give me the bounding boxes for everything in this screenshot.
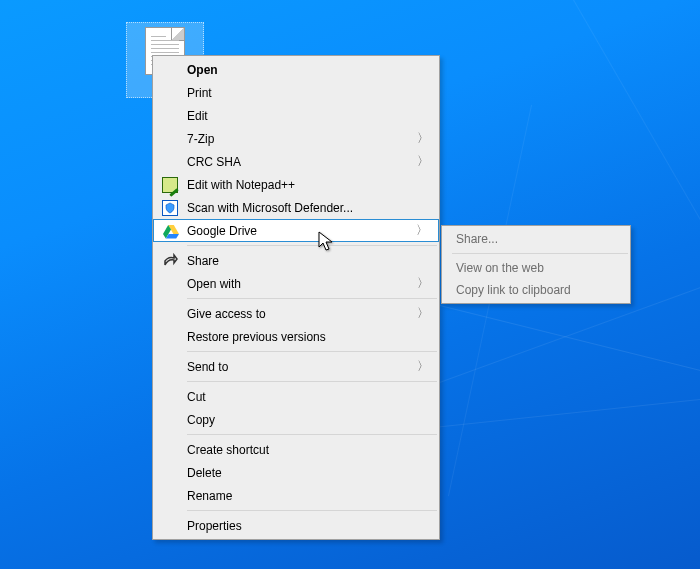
menu-item-7zip[interactable]: 7-Zip 〉 xyxy=(153,127,439,150)
menu-item-google-drive[interactable]: Google Drive 〉 xyxy=(153,219,439,242)
menu-item-properties[interactable]: Properties xyxy=(153,514,439,537)
chevron-right-icon: 〉 xyxy=(417,358,429,375)
menu-separator xyxy=(187,381,437,382)
menu-item-give-access[interactable]: Give access to 〉 xyxy=(153,302,439,325)
chevron-right-icon: 〉 xyxy=(417,275,429,292)
menu-item-label: Rename xyxy=(187,489,232,503)
menu-separator xyxy=(452,253,628,254)
menu-item-restore-versions[interactable]: Restore previous versions xyxy=(153,325,439,348)
defender-icon xyxy=(161,199,179,217)
menu-item-label: View on the web xyxy=(456,261,544,275)
submenu-item-view-web[interactable]: View on the web xyxy=(442,257,630,279)
menu-separator xyxy=(187,510,437,511)
menu-item-crc-sha[interactable]: CRC SHA 〉 xyxy=(153,150,439,173)
chevron-right-icon: 〉 xyxy=(416,222,428,239)
menu-item-label: Cut xyxy=(187,390,206,404)
share-icon xyxy=(161,252,179,270)
menu-item-rename[interactable]: Rename xyxy=(153,484,439,507)
menu-item-delete[interactable]: Delete xyxy=(153,461,439,484)
menu-item-label: Share xyxy=(187,254,219,268)
menu-item-label: 7-Zip xyxy=(187,132,214,146)
menu-item-send-to[interactable]: Send to 〉 xyxy=(153,355,439,378)
chevron-right-icon: 〉 xyxy=(417,130,429,147)
menu-item-label: Copy link to clipboard xyxy=(456,283,571,297)
menu-item-label: Scan with Microsoft Defender... xyxy=(187,201,353,215)
wallpaper-beam xyxy=(520,0,700,254)
chevron-right-icon: 〉 xyxy=(417,305,429,322)
menu-item-create-shortcut[interactable]: Create shortcut xyxy=(153,438,439,461)
menu-item-notepadpp[interactable]: Edit with Notepad++ xyxy=(153,173,439,196)
menu-separator xyxy=(187,298,437,299)
menu-item-label: Print xyxy=(187,86,212,100)
submenu-item-share[interactable]: Share... xyxy=(442,228,630,250)
menu-separator xyxy=(187,245,437,246)
menu-separator xyxy=(187,351,437,352)
menu-item-label: Properties xyxy=(187,519,242,533)
submenu-item-copy-link[interactable]: Copy link to clipboard xyxy=(442,279,630,301)
context-menu: Open Print Edit 7-Zip 〉 CRC SHA 〉 Edit w… xyxy=(152,55,440,540)
menu-item-defender[interactable]: Scan with Microsoft Defender... xyxy=(153,196,439,219)
menu-item-label: Edit xyxy=(187,109,208,123)
menu-item-label: CRC SHA xyxy=(187,155,241,169)
menu-item-edit[interactable]: Edit xyxy=(153,104,439,127)
menu-item-print[interactable]: Print xyxy=(153,81,439,104)
menu-item-label: Restore previous versions xyxy=(187,330,326,344)
menu-separator xyxy=(187,434,437,435)
chevron-right-icon: 〉 xyxy=(417,153,429,170)
menu-item-label: Share... xyxy=(456,232,498,246)
notepadpp-icon xyxy=(161,176,179,194)
menu-item-label: Open with xyxy=(187,277,241,291)
google-drive-submenu: Share... View on the web Copy link to cl… xyxy=(441,225,631,304)
menu-item-copy[interactable]: Copy xyxy=(153,408,439,431)
menu-item-label: Create shortcut xyxy=(187,443,269,457)
menu-item-label: Delete xyxy=(187,466,222,480)
menu-item-label: Send to xyxy=(187,360,228,374)
menu-item-label: Open xyxy=(187,63,218,77)
menu-item-open-with[interactable]: Open with 〉 xyxy=(153,272,439,295)
menu-item-label: Give access to xyxy=(187,307,266,321)
menu-item-open[interactable]: Open xyxy=(153,58,439,81)
menu-item-share[interactable]: Share xyxy=(153,249,439,272)
menu-item-label: Edit with Notepad++ xyxy=(187,178,295,192)
google-drive-icon xyxy=(162,222,180,240)
menu-item-label: Copy xyxy=(187,413,215,427)
menu-item-label: Google Drive xyxy=(187,224,257,238)
menu-item-cut[interactable]: Cut xyxy=(153,385,439,408)
